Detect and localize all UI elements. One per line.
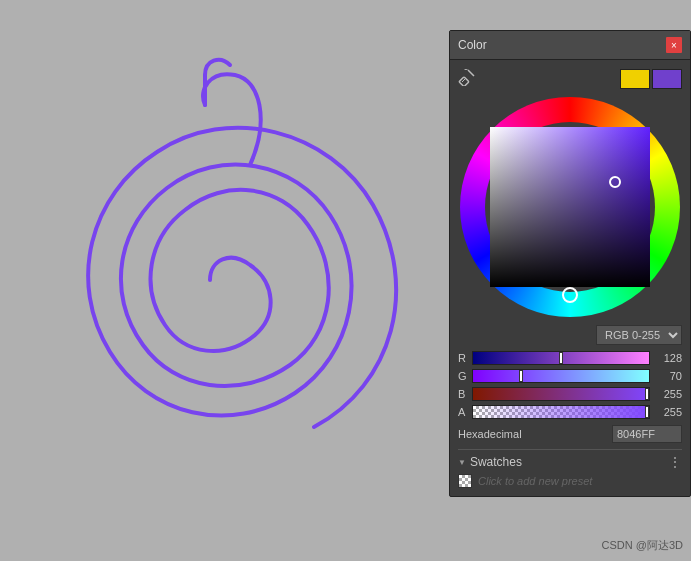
eyedropper-button[interactable] (458, 68, 476, 89)
saturation-gradient (490, 127, 650, 287)
channels: R 128 G 70 B (458, 351, 682, 419)
swatches-header: ▼ Swatches ⋮ (458, 454, 682, 470)
channel-row-r: R 128 (458, 351, 682, 365)
watermark: CSDN @阿达3D (602, 538, 683, 553)
channel-slider-g[interactable] (472, 369, 650, 383)
channel-row-a: A 255 (458, 405, 682, 419)
saturation-box[interactable] (490, 127, 650, 287)
color-swatches-pair (620, 69, 682, 89)
foreground-swatch[interactable] (620, 69, 650, 89)
swatches-menu-button[interactable]: ⋮ (668, 454, 682, 470)
color-wheel[interactable] (460, 97, 680, 317)
swatches-add-row[interactable]: Click to add new preset (458, 474, 682, 488)
svg-line-1 (468, 70, 474, 76)
channel-slider-b[interactable] (472, 387, 650, 401)
swatches-title-row: ▼ Swatches (458, 455, 522, 469)
top-toolbar (458, 68, 682, 89)
swatch-add-preview (458, 474, 472, 488)
hex-label: Hexadecimal (458, 428, 608, 440)
swatches-title: Swatches (470, 455, 522, 469)
mode-selector: RGB 0-255 RGB 0-1 HSB HSL Lab CMYK (458, 325, 682, 345)
swatch-add-label: Click to add new preset (478, 475, 592, 487)
background-swatch[interactable] (652, 69, 682, 89)
svg-rect-2 (459, 77, 469, 86)
swatches-section: ▼ Swatches ⋮ Click to add new preset (458, 449, 682, 488)
triangle-icon: ▼ (458, 458, 466, 467)
channel-label-g: G (458, 370, 468, 382)
panel-header: Color × (450, 31, 690, 60)
hex-input[interactable] (612, 425, 682, 443)
panel-title: Color (458, 38, 487, 52)
channel-value-r: 128 (654, 352, 682, 364)
channel-value-b: 255 (654, 388, 682, 400)
channel-slider-r[interactable] (472, 351, 650, 365)
channel-row-b: B 255 (458, 387, 682, 401)
channel-row-g: G 70 (458, 369, 682, 383)
hex-row: Hexadecimal (458, 425, 682, 443)
svg-line-3 (462, 79, 465, 82)
mode-dropdown[interactable]: RGB 0-255 RGB 0-1 HSB HSL Lab CMYK (596, 325, 682, 345)
channel-label-a: A (458, 406, 468, 418)
color-panel: Color × (449, 30, 691, 497)
panel-body: RGB 0-255 RGB 0-1 HSB HSL Lab CMYK R 128 (450, 60, 690, 496)
channel-value-g: 70 (654, 370, 682, 382)
channel-value-a: 255 (654, 406, 682, 418)
close-button[interactable]: × (666, 37, 682, 53)
channel-label-b: B (458, 388, 468, 400)
channel-label-r: R (458, 352, 468, 364)
channel-slider-a[interactable] (472, 405, 650, 419)
